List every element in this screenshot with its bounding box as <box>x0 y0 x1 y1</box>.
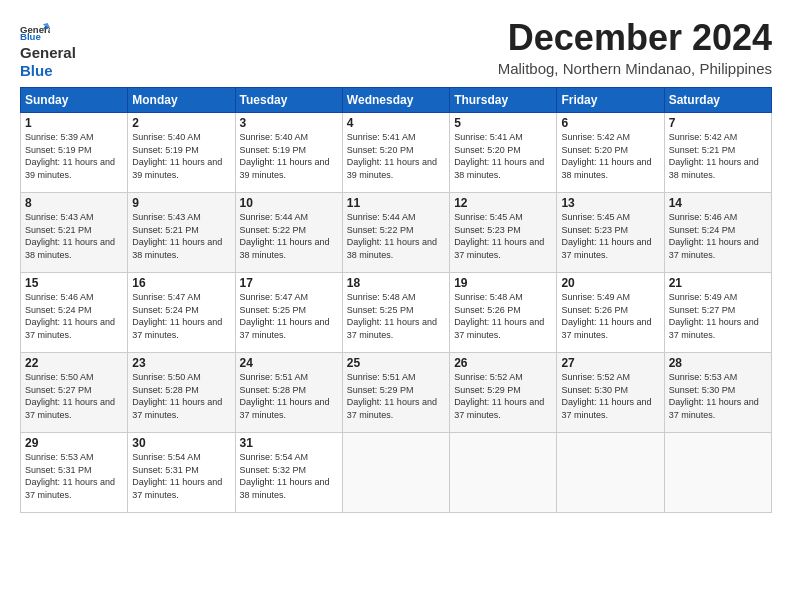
day-info: Sunrise: 5:53 AM Sunset: 5:31 PM Dayligh… <box>25 451 123 501</box>
column-header-tuesday: Tuesday <box>235 88 342 113</box>
day-info: Sunrise: 5:43 AM Sunset: 5:21 PM Dayligh… <box>132 211 230 261</box>
day-cell: 5 Sunrise: 5:41 AM Sunset: 5:20 PM Dayli… <box>450 113 557 193</box>
day-number: 5 <box>454 116 552 130</box>
day-info: Sunrise: 5:41 AM Sunset: 5:20 PM Dayligh… <box>454 131 552 181</box>
day-number: 6 <box>561 116 659 130</box>
day-info: Sunrise: 5:46 AM Sunset: 5:24 PM Dayligh… <box>25 291 123 341</box>
month-title: December 2024 <box>498 18 772 58</box>
week-row-2: 8 Sunrise: 5:43 AM Sunset: 5:21 PM Dayli… <box>21 193 772 273</box>
day-info: Sunrise: 5:45 AM Sunset: 5:23 PM Dayligh… <box>454 211 552 261</box>
day-cell: 28 Sunrise: 5:53 AM Sunset: 5:30 PM Dayl… <box>664 353 771 433</box>
day-info: Sunrise: 5:48 AM Sunset: 5:26 PM Dayligh… <box>454 291 552 341</box>
day-cell: 25 Sunrise: 5:51 AM Sunset: 5:29 PM Dayl… <box>342 353 449 433</box>
week-row-5: 29 Sunrise: 5:53 AM Sunset: 5:31 PM Dayl… <box>21 433 772 513</box>
day-number: 26 <box>454 356 552 370</box>
day-cell <box>342 433 449 513</box>
day-info: Sunrise: 5:49 AM Sunset: 5:26 PM Dayligh… <box>561 291 659 341</box>
day-cell <box>450 433 557 513</box>
day-info: Sunrise: 5:41 AM Sunset: 5:20 PM Dayligh… <box>347 131 445 181</box>
day-number: 23 <box>132 356 230 370</box>
day-cell: 8 Sunrise: 5:43 AM Sunset: 5:21 PM Dayli… <box>21 193 128 273</box>
day-number: 15 <box>25 276 123 290</box>
day-info: Sunrise: 5:42 AM Sunset: 5:21 PM Dayligh… <box>669 131 767 181</box>
day-number: 20 <box>561 276 659 290</box>
column-header-saturday: Saturday <box>664 88 771 113</box>
column-header-wednesday: Wednesday <box>342 88 449 113</box>
day-number: 17 <box>240 276 338 290</box>
day-number: 27 <box>561 356 659 370</box>
day-info: Sunrise: 5:47 AM Sunset: 5:24 PM Dayligh… <box>132 291 230 341</box>
day-number: 2 <box>132 116 230 130</box>
day-number: 1 <box>25 116 123 130</box>
day-info: Sunrise: 5:44 AM Sunset: 5:22 PM Dayligh… <box>240 211 338 261</box>
day-info: Sunrise: 5:40 AM Sunset: 5:19 PM Dayligh… <box>132 131 230 181</box>
day-cell: 22 Sunrise: 5:50 AM Sunset: 5:27 PM Dayl… <box>21 353 128 433</box>
day-cell: 20 Sunrise: 5:49 AM Sunset: 5:26 PM Dayl… <box>557 273 664 353</box>
day-info: Sunrise: 5:54 AM Sunset: 5:32 PM Dayligh… <box>240 451 338 501</box>
day-info: Sunrise: 5:40 AM Sunset: 5:19 PM Dayligh… <box>240 131 338 181</box>
day-info: Sunrise: 5:42 AM Sunset: 5:20 PM Dayligh… <box>561 131 659 181</box>
day-cell: 21 Sunrise: 5:49 AM Sunset: 5:27 PM Dayl… <box>664 273 771 353</box>
day-cell: 16 Sunrise: 5:47 AM Sunset: 5:24 PM Dayl… <box>128 273 235 353</box>
day-number: 3 <box>240 116 338 130</box>
day-cell: 12 Sunrise: 5:45 AM Sunset: 5:23 PM Dayl… <box>450 193 557 273</box>
day-info: Sunrise: 5:49 AM Sunset: 5:27 PM Dayligh… <box>669 291 767 341</box>
day-cell: 3 Sunrise: 5:40 AM Sunset: 5:19 PM Dayli… <box>235 113 342 193</box>
week-row-3: 15 Sunrise: 5:46 AM Sunset: 5:24 PM Dayl… <box>21 273 772 353</box>
day-number: 4 <box>347 116 445 130</box>
day-number: 18 <box>347 276 445 290</box>
day-cell: 14 Sunrise: 5:46 AM Sunset: 5:24 PM Dayl… <box>664 193 771 273</box>
column-header-friday: Friday <box>557 88 664 113</box>
logo-icon: General Blue <box>20 22 50 42</box>
page: General Blue General Blue December 2024 … <box>0 0 792 612</box>
day-info: Sunrise: 5:50 AM Sunset: 5:28 PM Dayligh… <box>132 371 230 421</box>
day-cell <box>557 433 664 513</box>
day-number: 28 <box>669 356 767 370</box>
day-cell: 17 Sunrise: 5:47 AM Sunset: 5:25 PM Dayl… <box>235 273 342 353</box>
day-number: 24 <box>240 356 338 370</box>
day-info: Sunrise: 5:47 AM Sunset: 5:25 PM Dayligh… <box>240 291 338 341</box>
day-cell: 9 Sunrise: 5:43 AM Sunset: 5:21 PM Dayli… <box>128 193 235 273</box>
day-number: 14 <box>669 196 767 210</box>
day-number: 25 <box>347 356 445 370</box>
day-number: 10 <box>240 196 338 210</box>
day-cell: 13 Sunrise: 5:45 AM Sunset: 5:23 PM Dayl… <box>557 193 664 273</box>
week-row-1: 1 Sunrise: 5:39 AM Sunset: 5:19 PM Dayli… <box>21 113 772 193</box>
logo-blue: Blue <box>20 62 53 79</box>
header: General Blue General Blue December 2024 … <box>20 18 772 79</box>
day-number: 31 <box>240 436 338 450</box>
day-cell: 6 Sunrise: 5:42 AM Sunset: 5:20 PM Dayli… <box>557 113 664 193</box>
title-block: December 2024 Malitbog, Northern Mindana… <box>498 18 772 77</box>
logo: General Blue General Blue <box>20 18 76 79</box>
day-number: 30 <box>132 436 230 450</box>
day-cell: 1 Sunrise: 5:39 AM Sunset: 5:19 PM Dayli… <box>21 113 128 193</box>
day-cell: 30 Sunrise: 5:54 AM Sunset: 5:31 PM Dayl… <box>128 433 235 513</box>
day-number: 8 <box>25 196 123 210</box>
day-number: 19 <box>454 276 552 290</box>
day-number: 21 <box>669 276 767 290</box>
day-cell: 23 Sunrise: 5:50 AM Sunset: 5:28 PM Dayl… <box>128 353 235 433</box>
day-cell: 4 Sunrise: 5:41 AM Sunset: 5:20 PM Dayli… <box>342 113 449 193</box>
day-cell: 11 Sunrise: 5:44 AM Sunset: 5:22 PM Dayl… <box>342 193 449 273</box>
day-info: Sunrise: 5:44 AM Sunset: 5:22 PM Dayligh… <box>347 211 445 261</box>
day-number: 12 <box>454 196 552 210</box>
day-info: Sunrise: 5:45 AM Sunset: 5:23 PM Dayligh… <box>561 211 659 261</box>
week-row-4: 22 Sunrise: 5:50 AM Sunset: 5:27 PM Dayl… <box>21 353 772 433</box>
day-cell: 18 Sunrise: 5:48 AM Sunset: 5:25 PM Dayl… <box>342 273 449 353</box>
day-number: 16 <box>132 276 230 290</box>
day-info: Sunrise: 5:51 AM Sunset: 5:28 PM Dayligh… <box>240 371 338 421</box>
day-info: Sunrise: 5:52 AM Sunset: 5:29 PM Dayligh… <box>454 371 552 421</box>
day-cell: 10 Sunrise: 5:44 AM Sunset: 5:22 PM Dayl… <box>235 193 342 273</box>
location-title: Malitbog, Northern Mindanao, Philippines <box>498 60 772 77</box>
day-info: Sunrise: 5:39 AM Sunset: 5:19 PM Dayligh… <box>25 131 123 181</box>
day-info: Sunrise: 5:54 AM Sunset: 5:31 PM Dayligh… <box>132 451 230 501</box>
day-number: 29 <box>25 436 123 450</box>
day-cell: 2 Sunrise: 5:40 AM Sunset: 5:19 PM Dayli… <box>128 113 235 193</box>
day-info: Sunrise: 5:43 AM Sunset: 5:21 PM Dayligh… <box>25 211 123 261</box>
day-info: Sunrise: 5:52 AM Sunset: 5:30 PM Dayligh… <box>561 371 659 421</box>
day-cell: 27 Sunrise: 5:52 AM Sunset: 5:30 PM Dayl… <box>557 353 664 433</box>
day-cell: 19 Sunrise: 5:48 AM Sunset: 5:26 PM Dayl… <box>450 273 557 353</box>
day-cell: 31 Sunrise: 5:54 AM Sunset: 5:32 PM Dayl… <box>235 433 342 513</box>
day-number: 13 <box>561 196 659 210</box>
svg-text:Blue: Blue <box>20 31 41 42</box>
